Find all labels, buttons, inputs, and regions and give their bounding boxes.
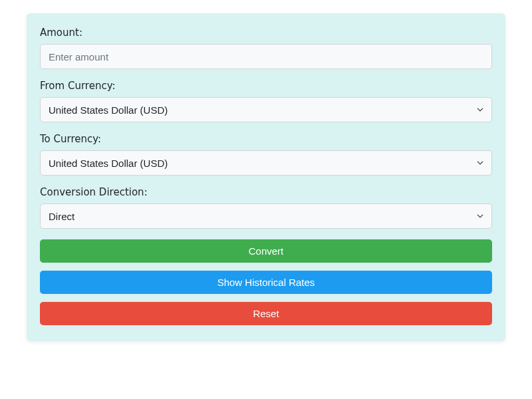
from-currency-select[interactable]: United States Dollar (USD) xyxy=(40,97,492,122)
reset-button[interactable]: Reset xyxy=(40,302,492,325)
amount-input[interactable] xyxy=(40,44,492,69)
direction-group: Conversion Direction: Direct xyxy=(40,186,492,229)
to-currency-group: To Currency: United States Dollar (USD) xyxy=(40,133,492,176)
to-currency-label: To Currency: xyxy=(40,133,492,145)
from-currency-group: From Currency: United States Dollar (USD… xyxy=(40,80,492,122)
from-currency-label: From Currency: xyxy=(40,80,492,92)
converter-card: Amount: From Currency: United States Dol… xyxy=(27,13,505,341)
amount-group: Amount: xyxy=(40,27,492,69)
direction-select[interactable]: Direct xyxy=(40,203,492,229)
direction-label: Conversion Direction: xyxy=(40,186,492,198)
convert-button[interactable]: Convert xyxy=(40,239,492,263)
to-currency-select[interactable]: United States Dollar (USD) xyxy=(40,150,492,176)
amount-label: Amount: xyxy=(40,27,492,39)
historical-rates-button[interactable]: Show Historical Rates xyxy=(40,271,492,294)
